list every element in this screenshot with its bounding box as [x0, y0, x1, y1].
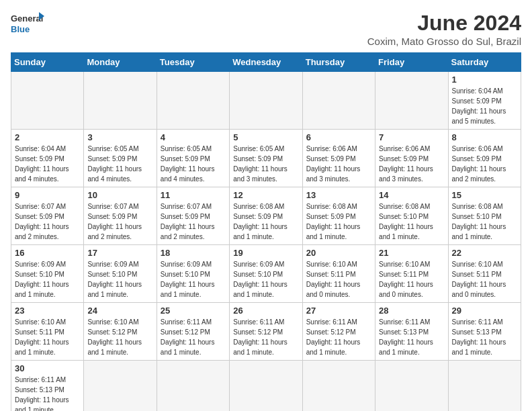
day-of-week-header: Friday — [375, 53, 448, 72]
day-info: Sunrise: 6:09 AMSunset: 5:10 PMDaylight:… — [161, 259, 226, 300]
day-info: Sunrise: 6:11 AMSunset: 5:13 PMDaylight:… — [379, 317, 444, 357]
calendar-cell: 2Sunrise: 6:04 AMSunset: 5:09 PMDaylight… — [11, 130, 84, 187]
calendar-cell: 13Sunrise: 6:08 AMSunset: 5:09 PMDayligh… — [302, 187, 375, 245]
location: Coxim, Mato Grosso do Sul, Brazil — [367, 36, 521, 47]
calendar-cell — [230, 72, 302, 130]
logo: General Blue — [11, 11, 44, 39]
calendar-cell: 8Sunrise: 6:06 AMSunset: 5:09 PMDaylight… — [448, 130, 521, 187]
calendar-cell: 28Sunrise: 6:11 AMSunset: 5:13 PMDayligh… — [375, 303, 448, 361]
day-of-week-header: Wednesday — [230, 53, 302, 72]
calendar-cell — [11, 72, 84, 130]
calendar-cell: 27Sunrise: 6:11 AMSunset: 5:12 PMDayligh… — [302, 303, 375, 361]
calendar-cell — [84, 72, 157, 130]
day-number: 17 — [87, 248, 152, 258]
calendar-cell — [375, 72, 448, 130]
day-number: 24 — [87, 306, 152, 316]
day-number: 1 — [452, 75, 517, 85]
calendar-cell: 29Sunrise: 6:11 AMSunset: 5:13 PMDayligh… — [448, 303, 521, 361]
day-number: 29 — [452, 306, 517, 316]
calendar-cell: 17Sunrise: 6:09 AMSunset: 5:10 PMDayligh… — [84, 245, 157, 303]
calendar-table: SundayMondayTuesdayWednesdayThursdayFrid… — [11, 52, 521, 411]
day-info: Sunrise: 6:10 AMSunset: 5:12 PMDaylight:… — [87, 317, 152, 357]
calendar-cell — [448, 361, 521, 412]
day-info: Sunrise: 6:09 AMSunset: 5:10 PMDaylight:… — [87, 259, 152, 300]
day-info: Sunrise: 6:07 AMSunset: 5:09 PMDaylight:… — [15, 201, 80, 242]
logo-svg: General Blue — [11, 11, 44, 39]
calendar-cell: 30Sunrise: 6:11 AMSunset: 5:13 PMDayligh… — [11, 361, 84, 412]
day-info: Sunrise: 6:06 AMSunset: 5:09 PMDaylight:… — [379, 144, 444, 184]
day-number: 10 — [87, 190, 152, 200]
day-info: Sunrise: 6:06 AMSunset: 5:09 PMDaylight:… — [452, 144, 517, 184]
calendar-week-row: 16Sunrise: 6:09 AMSunset: 5:10 PMDayligh… — [11, 245, 521, 303]
day-info: Sunrise: 6:05 AMSunset: 5:09 PMDaylight:… — [161, 144, 226, 184]
calendar-week-row: 9Sunrise: 6:07 AMSunset: 5:09 PMDaylight… — [11, 187, 521, 245]
calendar-cell: 12Sunrise: 6:08 AMSunset: 5:09 PMDayligh… — [230, 187, 302, 245]
calendar-cell: 4Sunrise: 6:05 AMSunset: 5:09 PMDaylight… — [157, 130, 229, 187]
day-info: Sunrise: 6:08 AMSunset: 5:10 PMDaylight:… — [379, 201, 444, 242]
day-number: 27 — [306, 306, 371, 316]
day-info: Sunrise: 6:06 AMSunset: 5:09 PMDaylight:… — [306, 144, 371, 184]
day-of-week-header: Saturday — [448, 53, 521, 72]
day-number: 14 — [379, 190, 444, 200]
day-of-week-header: Thursday — [302, 53, 375, 72]
calendar-cell — [157, 72, 229, 130]
calendar-cell: 23Sunrise: 6:10 AMSunset: 5:11 PMDayligh… — [11, 303, 84, 361]
day-number: 25 — [161, 306, 226, 316]
day-number: 21 — [379, 248, 444, 258]
day-info: Sunrise: 6:11 AMSunset: 5:13 PMDaylight:… — [15, 375, 80, 411]
calendar-cell — [230, 361, 302, 412]
day-number: 19 — [233, 248, 298, 258]
calendar-header-row: SundayMondayTuesdayWednesdayThursdayFrid… — [11, 53, 521, 72]
day-number: 15 — [452, 190, 517, 200]
calendar-cell: 24Sunrise: 6:10 AMSunset: 5:12 PMDayligh… — [84, 303, 157, 361]
calendar-week-row: 2Sunrise: 6:04 AMSunset: 5:09 PMDaylight… — [11, 130, 521, 187]
day-info: Sunrise: 6:08 AMSunset: 5:09 PMDaylight:… — [233, 201, 298, 242]
calendar-cell: 5Sunrise: 6:05 AMSunset: 5:09 PMDaylight… — [230, 130, 302, 187]
day-number: 18 — [161, 248, 226, 258]
day-number: 7 — [379, 132, 444, 142]
calendar-cell: 18Sunrise: 6:09 AMSunset: 5:10 PMDayligh… — [157, 245, 229, 303]
day-number: 5 — [233, 132, 298, 142]
calendar-cell — [302, 72, 375, 130]
calendar-cell: 9Sunrise: 6:07 AMSunset: 5:09 PMDaylight… — [11, 187, 84, 245]
day-info: Sunrise: 6:11 AMSunset: 5:12 PMDaylight:… — [306, 317, 371, 357]
svg-text:Blue: Blue — [11, 24, 30, 34]
title-block: June 2024 Coxim, Mato Grosso do Sul, Bra… — [367, 11, 521, 47]
day-info: Sunrise: 6:09 AMSunset: 5:10 PMDaylight:… — [15, 259, 80, 300]
day-info: Sunrise: 6:10 AMSunset: 5:11 PMDaylight:… — [452, 259, 517, 300]
calendar-cell: 1Sunrise: 6:04 AMSunset: 5:09 PMDaylight… — [448, 72, 521, 130]
calendar-cell: 10Sunrise: 6:07 AMSunset: 5:09 PMDayligh… — [84, 187, 157, 245]
calendar-cell: 14Sunrise: 6:08 AMSunset: 5:10 PMDayligh… — [375, 187, 448, 245]
day-info: Sunrise: 6:07 AMSunset: 5:09 PMDaylight:… — [87, 201, 152, 242]
day-number: 20 — [306, 248, 371, 258]
calendar-cell: 15Sunrise: 6:08 AMSunset: 5:10 PMDayligh… — [448, 187, 521, 245]
day-number: 16 — [15, 248, 80, 258]
calendar-week-row: 30Sunrise: 6:11 AMSunset: 5:13 PMDayligh… — [11, 361, 521, 412]
day-of-week-header: Monday — [84, 53, 157, 72]
calendar-cell: 7Sunrise: 6:06 AMSunset: 5:09 PMDaylight… — [375, 130, 448, 187]
day-info: Sunrise: 6:09 AMSunset: 5:10 PMDaylight:… — [233, 259, 298, 300]
day-number: 3 — [87, 132, 152, 142]
calendar-cell: 3Sunrise: 6:05 AMSunset: 5:09 PMDaylight… — [84, 130, 157, 187]
day-number: 28 — [379, 306, 444, 316]
day-info: Sunrise: 6:08 AMSunset: 5:10 PMDaylight:… — [452, 201, 517, 242]
calendar-cell — [302, 361, 375, 412]
day-number: 26 — [233, 306, 298, 316]
day-number: 4 — [161, 132, 226, 142]
day-info: Sunrise: 6:10 AMSunset: 5:11 PMDaylight:… — [306, 259, 371, 300]
day-info: Sunrise: 6:11 AMSunset: 5:12 PMDaylight:… — [161, 317, 226, 357]
day-info: Sunrise: 6:04 AMSunset: 5:09 PMDaylight:… — [15, 144, 80, 184]
day-info: Sunrise: 6:10 AMSunset: 5:11 PMDaylight:… — [15, 317, 80, 357]
calendar-cell: 25Sunrise: 6:11 AMSunset: 5:12 PMDayligh… — [157, 303, 229, 361]
day-number: 30 — [15, 363, 80, 373]
calendar-cell: 21Sunrise: 6:10 AMSunset: 5:11 PMDayligh… — [375, 245, 448, 303]
day-number: 9 — [15, 190, 80, 200]
calendar-cell: 11Sunrise: 6:07 AMSunset: 5:09 PMDayligh… — [157, 187, 229, 245]
day-number: 2 — [15, 132, 80, 142]
month-title: June 2024 — [367, 11, 521, 36]
calendar-cell: 16Sunrise: 6:09 AMSunset: 5:10 PMDayligh… — [11, 245, 84, 303]
day-number: 23 — [15, 306, 80, 316]
day-info: Sunrise: 6:08 AMSunset: 5:09 PMDaylight:… — [306, 201, 371, 242]
calendar-cell: 22Sunrise: 6:10 AMSunset: 5:11 PMDayligh… — [448, 245, 521, 303]
calendar-cell: 26Sunrise: 6:11 AMSunset: 5:12 PMDayligh… — [230, 303, 302, 361]
